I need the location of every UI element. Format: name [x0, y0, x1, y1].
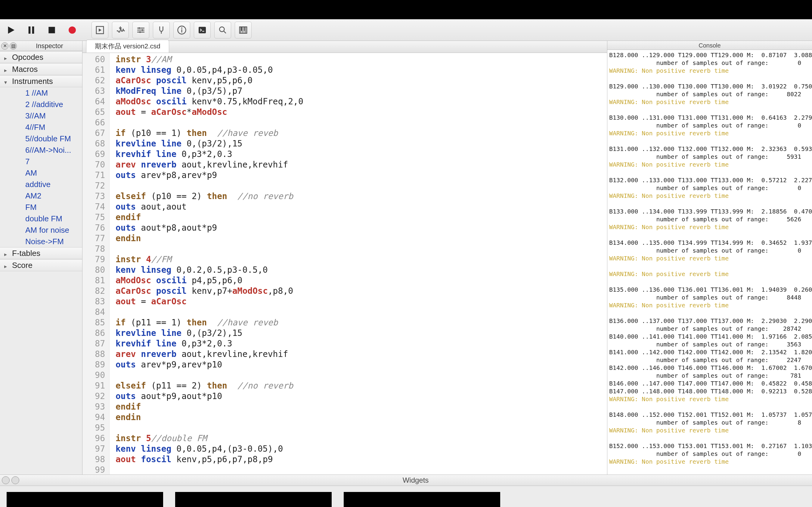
svg-point-6 [142, 29, 143, 31]
instrument-item[interactable]: 4//FM [0, 121, 82, 133]
instrument-item[interactable]: 1 //AM [0, 87, 82, 99]
widget-slot[interactable] [344, 492, 500, 507]
instrument-item[interactable]: double FM [0, 213, 82, 224]
play-button[interactable] [2, 22, 19, 39]
record-button[interactable] [64, 22, 81, 39]
tuning-fork-button[interactable] [153, 22, 170, 39]
stop-button[interactable] [43, 22, 60, 39]
svg-rect-14 [241, 27, 242, 31]
render-button[interactable] [92, 22, 108, 39]
inspector-header: ✕ ▧ Inspector [0, 41, 82, 51]
terminal-button[interactable] [194, 22, 211, 39]
section-opcodes[interactable]: Opcodes [0, 51, 82, 63]
close-icon[interactable]: ✕ [1, 42, 8, 50]
section-macros[interactable]: Macros [0, 63, 82, 75]
options-button[interactable] [133, 22, 149, 39]
line-gutter: 60 61 62 63 64 65 66 67 68 69 70 71 72 7… [83, 53, 109, 507]
svg-rect-10 [182, 29, 183, 33]
info-button[interactable] [173, 22, 190, 39]
instrument-item[interactable]: FM [0, 202, 82, 213]
instrument-item[interactable]: Noise->FM [0, 236, 82, 247]
widget-slot[interactable] [7, 492, 163, 507]
inspector-title: Inspector [17, 42, 82, 50]
section-score[interactable]: Score [0, 259, 82, 271]
svg-rect-15 [244, 27, 245, 31]
toolbar [0, 19, 812, 41]
svg-point-12 [219, 27, 224, 32]
svg-rect-2 [48, 27, 55, 33]
code-editor[interactable]: 60 61 62 63 64 65 66 67 68 69 70 71 72 7… [83, 53, 607, 507]
widgets-body [0, 486, 812, 507]
inspector-tree[interactable]: Opcodes Macros Instruments 1 //AM2 //add… [0, 51, 82, 507]
instrument-item[interactable]: 5//double FM [0, 133, 82, 144]
svg-rect-0 [29, 26, 31, 34]
file-tab[interactable]: 期末作品 version2.csd [86, 40, 169, 53]
console-title: Console [607, 41, 812, 50]
titlebar-black [0, 0, 812, 19]
widgets-title: Widgets [19, 476, 812, 485]
keyboard-button[interactable] [235, 22, 252, 39]
widget-slot[interactable] [175, 492, 332, 507]
svg-point-3 [69, 26, 76, 34]
instrument-item[interactable]: 3//AM [0, 110, 82, 121]
section-ftables[interactable]: F-tables [0, 247, 82, 259]
tabbar: 期末作品 version2.csd [83, 41, 607, 53]
audio-out-button[interactable] [112, 22, 129, 39]
instrument-item[interactable]: AM2 [0, 190, 82, 202]
instrument-item[interactable]: 6//AM->Noi... [0, 144, 82, 156]
widgets-header: Widgets [0, 474, 812, 486]
console-panel: Console B128.000 ..129.000 T129.000 TT12… [607, 41, 812, 507]
pause-button[interactable] [23, 22, 40, 39]
search-button[interactable] [214, 22, 231, 39]
instrument-item[interactable]: addtive [0, 179, 82, 190]
svg-point-7 [139, 31, 141, 33]
instrument-item[interactable]: 2 //additive [0, 99, 82, 110]
popout-icon[interactable]: ▧ [10, 42, 17, 50]
popout-icon[interactable] [11, 476, 19, 484]
bottom-area: Widgets [0, 474, 812, 507]
instrument-item[interactable]: AM for noise [0, 224, 82, 236]
work-area: ✕ ▧ Inspector Opcodes Macros Instruments… [0, 41, 812, 507]
svg-point-9 [181, 27, 183, 29]
svg-rect-1 [32, 26, 34, 34]
svg-rect-11 [199, 27, 206, 33]
svg-point-5 [139, 27, 140, 29]
console-output[interactable]: B128.000 ..129.000 T129.000 TT129.000 M:… [607, 50, 812, 507]
close-icon[interactable] [2, 476, 10, 484]
inspector-panel: ✕ ▧ Inspector Opcodes Macros Instruments… [0, 41, 83, 507]
section-instruments[interactable]: Instruments [0, 75, 82, 87]
code-area[interactable]: instr 3//AM kenv linseg 0,0.05,p4,p3-0.0… [109, 53, 607, 507]
instrument-item[interactable]: 7 [0, 156, 82, 167]
editor-panel: 期末作品 version2.csd 60 61 62 63 64 65 66 6… [83, 41, 607, 507]
instrument-item[interactable]: AM [0, 167, 82, 179]
